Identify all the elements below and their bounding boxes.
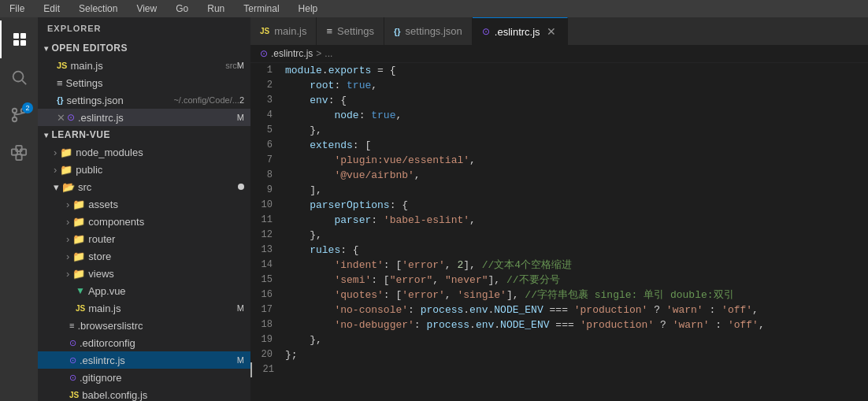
tree-item-app-vue[interactable]: ▼ App.vue: [38, 282, 250, 299]
breadcrumb-icon: ⊙: [260, 48, 268, 59]
menu-selection[interactable]: Selection: [76, 2, 121, 16]
menu-edit[interactable]: Edit: [40, 2, 63, 16]
chevron-right-icon: ›: [66, 251, 69, 262]
folder-icon: 📁: [72, 268, 85, 280]
git-icon: ⊙: [69, 373, 76, 383]
tab-main-js[interactable]: JS main.js: [250, 17, 317, 45]
svg-rect-0: [13, 33, 19, 39]
open-editor-main-js[interactable]: JS main.js src M: [38, 57, 250, 74]
breadcrumb-path: .eslintrc.js: [271, 48, 313, 59]
code-line-9: 9 ],: [250, 183, 868, 198]
tab-close-eslintrc[interactable]: ✕: [545, 25, 558, 38]
chevron-down-icon: ▾: [54, 181, 59, 193]
tree-item-main-js-src[interactable]: JS main.js M: [38, 299, 250, 317]
tab-settings-json[interactable]: {} settings.json: [384, 17, 473, 45]
tree-item-store[interactable]: › 📁 store: [38, 247, 250, 265]
folder-icon: 📁: [72, 233, 85, 245]
breadcrumb: ⊙ .eslintrc.js > ...: [250, 45, 868, 63]
folder-icon: 📁: [60, 147, 72, 158]
code-line-4: 4 node: true,: [250, 108, 868, 123]
eslint-icon: ⊙: [67, 112, 75, 123]
svg-rect-1: [20, 33, 26, 39]
code-line-21: 21: [250, 362, 868, 377]
menubar: File Edit Selection View Go Run Terminal…: [0, 0, 868, 17]
code-line-19: 19 },: [250, 332, 868, 347]
sidebar-title: EXPLORER: [38, 17, 250, 39]
browserslist-icon: ≡: [69, 321, 74, 330]
json-icon: {}: [57, 95, 64, 105]
open-editor-eslintrc[interactable]: ✕ ⊙ .eslintrc.js M: [38, 109, 250, 126]
svg-rect-3: [20, 40, 26, 46]
js-tab-icon: JS: [260, 27, 269, 35]
chevron-right-icon: ›: [66, 199, 69, 210]
tree-item-node-modules[interactable]: › 📁 node_modules: [38, 143, 250, 161]
code-line-3: 3 env: {: [250, 93, 868, 108]
svg-point-4: [13, 72, 24, 82]
code-line-18: 18 'no-debugger': process.env.NODE_ENV =…: [250, 317, 868, 332]
js-icon: JS: [69, 391, 79, 399]
tree-item-eslintrc[interactable]: ⊙ .eslintrc.js M: [38, 351, 250, 369]
menu-terminal[interactable]: Terminal: [240, 2, 282, 16]
settings-tab-icon: ≡: [326, 25, 332, 37]
editorconfig-icon: ⊙: [69, 338, 76, 348]
code-line-1: 1 module.exports = {: [250, 63, 868, 78]
tab-settings[interactable]: ≡ Settings: [317, 17, 384, 45]
code-line-10: 10 parserOptions: {: [250, 198, 868, 213]
svg-point-8: [13, 117, 17, 122]
tree-item-components[interactable]: › 📁 components: [38, 213, 250, 230]
activity-explorer[interactable]: [0, 20, 38, 58]
code-line-2: 2 root: true,: [250, 78, 868, 93]
file-tree: › 📁 node_modules › 📁 public ▾ 📂 src › 📁: [38, 143, 250, 401]
menu-run[interactable]: Run: [204, 2, 228, 16]
chevron-right-icon: ›: [66, 233, 69, 245]
activity-search[interactable]: [0, 58, 38, 96]
tab-eslintrc[interactable]: ⊙ .eslintrc.js ✕: [473, 17, 568, 45]
open-editors-header[interactable]: ▾ OPEN EDITORS: [38, 39, 250, 57]
code-line-13: 13 rules: {: [250, 243, 868, 258]
menu-view[interactable]: View: [133, 2, 160, 16]
tabs-bar: JS main.js ≡ Settings {} settings.json ⊙…: [250, 17, 868, 45]
open-editors-label: OPEN EDITORS: [52, 43, 128, 54]
code-editor[interactable]: 1 module.exports = { 2 root: true, 3 env…: [250, 63, 868, 401]
tree-item-src[interactable]: ▾ 📂 src: [38, 178, 250, 195]
activity-git[interactable]: 2: [0, 96, 38, 134]
open-editor-settings-json[interactable]: {} settings.json ~/.config/Code/... 2: [38, 91, 250, 109]
eslint-tab-icon: ⊙: [482, 26, 490, 37]
tree-item-browserslistrc[interactable]: ≡ .browserslistrc: [38, 317, 250, 334]
activity-extensions[interactable]: [0, 134, 38, 172]
menu-go[interactable]: Go: [172, 2, 191, 16]
code-line-17: 17 'no-console': process.env.NODE_ENV ==…: [250, 303, 868, 317]
editor-area: JS main.js ≡ Settings {} settings.json ⊙…: [250, 17, 868, 401]
open-editor-settings[interactable]: ≡ Settings: [38, 74, 250, 91]
code-line-12: 12 },: [250, 228, 868, 243]
code-line-16: 16 'quotes': ['error', 'single'], //字符串包…: [250, 288, 868, 303]
folder-icon: 📁: [72, 251, 85, 262]
chevron-right-icon: ›: [66, 216, 69, 228]
code-line-14: 14 'indent': ['error', 2], //文本4个空格缩进: [250, 258, 868, 273]
code-line-5: 5 },: [250, 123, 868, 138]
chevron-right-icon: ›: [66, 268, 69, 280]
menu-help[interactable]: Help: [295, 2, 321, 16]
settings-icon: ≡: [57, 77, 63, 89]
tree-item-gitignore[interactable]: ⊙ .gitignore: [38, 369, 250, 386]
tree-item-views[interactable]: › 📁 views: [38, 265, 250, 282]
open-editors-chevron: ▾: [44, 44, 49, 53]
tree-item-editorconfig[interactable]: ⊙ .editorconfig: [38, 334, 250, 351]
menu-file[interactable]: File: [6, 2, 28, 16]
tree-item-router[interactable]: › 📁 router: [38, 230, 250, 247]
folder-icon: 📁: [72, 216, 85, 228]
close-icon[interactable]: ✕: [57, 112, 65, 124]
folder-open-icon: 📂: [62, 181, 75, 193]
learn-vue-header[interactable]: ▾ LEARN-VUE: [38, 126, 250, 143]
activity-bar: 2: [0, 17, 38, 401]
eslint-icon: ⊙: [69, 355, 76, 366]
js-icon: JS: [57, 61, 67, 70]
learn-vue-chevron: ▾: [44, 131, 49, 139]
tree-item-public[interactable]: › 📁 public: [38, 161, 250, 178]
tree-item-babel-config[interactable]: JS babel.config.js: [38, 386, 250, 401]
tree-item-assets[interactable]: › 📁 assets: [38, 195, 250, 213]
code-line-20: 20 };: [250, 347, 868, 362]
learn-vue-label: LEARN-VUE: [52, 129, 111, 140]
svg-line-5: [22, 80, 26, 84]
vue-icon: ▼: [76, 285, 85, 296]
